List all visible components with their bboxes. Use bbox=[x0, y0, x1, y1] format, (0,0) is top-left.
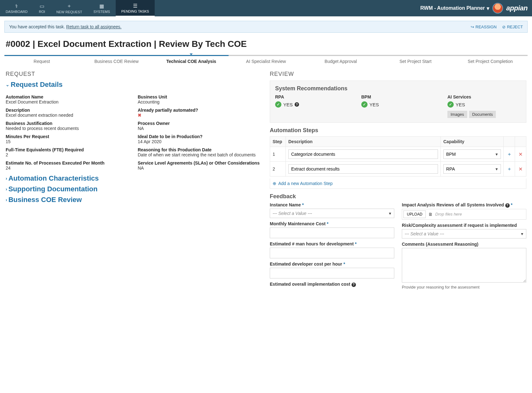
app-switcher[interactable]: RWM - Automation Planner ▾ bbox=[420, 5, 489, 11]
chevron-down-icon: ⌄ bbox=[6, 82, 9, 87]
nav-label: NEW REQUEST bbox=[56, 10, 82, 14]
field-label: Reasoning for this Production Date bbox=[138, 147, 262, 152]
tab-project-completion[interactable]: Set Project Completion bbox=[453, 55, 528, 68]
nav-label: PENDING TASKS bbox=[121, 9, 149, 13]
accordion-label: Request Details bbox=[11, 81, 63, 89]
nav-pending-tasks[interactable]: ☰ PENDING TASKS bbox=[116, 0, 155, 16]
nav-roi[interactable]: ▭ ROI bbox=[33, 0, 51, 16]
nav-label: DASHBOARD bbox=[6, 10, 28, 14]
add-step-label: Add a new Automation Step bbox=[278, 181, 333, 186]
comments-label: Comments (Assessment Reasoning) bbox=[402, 242, 526, 247]
tab-budget[interactable]: Budget Approval bbox=[303, 55, 378, 68]
field-col-left: Automation Name Excel Document Extractio… bbox=[6, 91, 130, 171]
add-automation-step-button[interactable]: ⊕ Add a new Automation Step bbox=[270, 178, 526, 189]
col-step: Step bbox=[270, 137, 286, 147]
delete-row-icon[interactable]: ✕ bbox=[518, 166, 524, 172]
workflow-tabs: Request Business COE Review Technical CO… bbox=[4, 55, 528, 68]
instance-name-select[interactable]: --- Select a Value --- bbox=[270, 209, 394, 218]
dev-cost-input[interactable] bbox=[270, 268, 394, 278]
nav-new-request[interactable]: ＋ NEW REQUEST bbox=[51, 0, 88, 16]
risk-select[interactable]: --- Select a Value --- bbox=[402, 229, 526, 239]
chip-images: Images bbox=[447, 111, 467, 118]
upload-button[interactable]: UPLOAD bbox=[403, 211, 426, 218]
tab-project-start[interactable]: Set Project Start bbox=[378, 55, 453, 68]
help-icon[interactable]: ? bbox=[352, 283, 356, 287]
appian-logo: appian bbox=[506, 4, 528, 12]
task-banner: You have accepted this task. Return task… bbox=[4, 21, 528, 33]
field-label: Business Justification bbox=[6, 121, 130, 126]
field-label: Service Level Agreements (SLAs) or Other… bbox=[138, 160, 262, 166]
step-description-input[interactable] bbox=[288, 164, 438, 174]
field-label: Process Owner bbox=[138, 121, 262, 126]
nav-label: SYSTEMS bbox=[93, 10, 110, 14]
rec-bpm: BPM ✓ YES bbox=[361, 94, 435, 118]
rec-text: YES bbox=[369, 102, 379, 107]
field-value: NA bbox=[138, 166, 262, 171]
return-task-link[interactable]: Return task to all assignees. bbox=[66, 24, 122, 29]
rec-text: YES bbox=[283, 102, 293, 107]
tab-technical-coe[interactable]: Technical COE Analysis bbox=[154, 55, 229, 68]
tab-request[interactable]: Request bbox=[4, 55, 79, 68]
help-icon[interactable]: ? bbox=[295, 102, 299, 107]
chip-documents: Documents bbox=[469, 111, 496, 118]
plus-circle-icon: ⊕ bbox=[273, 181, 276, 186]
upload-dropzone[interactable]: UPLOAD 🗎 Drop files here bbox=[402, 209, 526, 220]
help-icon[interactable]: ? bbox=[505, 203, 510, 208]
app-name: RWM - Automation Planner bbox=[420, 5, 485, 11]
automation-steps-title: Automation Steps bbox=[270, 127, 526, 134]
table-row: 2 RPA ＋ ✕ bbox=[270, 162, 526, 177]
tab-business-coe[interactable]: Business COE Review bbox=[79, 55, 154, 68]
field-value: 15 bbox=[6, 139, 130, 144]
man-hours-input[interactable] bbox=[270, 248, 394, 258]
request-section-title: REQUEST bbox=[6, 71, 262, 77]
recommendations-title: System Recommendations bbox=[275, 85, 521, 92]
step-capability-select[interactable]: RPA bbox=[443, 164, 501, 174]
rec-value: ✓ YES bbox=[447, 101, 521, 108]
field-value: Excel Document Extraction bbox=[6, 99, 130, 104]
field-value: Date of when we start receiving the next… bbox=[138, 152, 262, 157]
chevron-right-icon: › bbox=[6, 176, 7, 181]
nav-systems[interactable]: ▦ SYSTEMS bbox=[88, 0, 116, 16]
review-section-title: REVIEW bbox=[270, 71, 526, 77]
field-value: 14 Apr 2020 bbox=[138, 139, 262, 144]
accordion-request-details[interactable]: ⌄ Request Details bbox=[6, 81, 262, 89]
reassign-button[interactable]: ↪ REASSIGN bbox=[471, 25, 496, 29]
step-capability-select[interactable]: BPM bbox=[443, 149, 501, 159]
top-nav: ⚕ DASHBOARD ▭ ROI ＋ NEW REQUEST ▦ SYSTEM… bbox=[0, 0, 532, 16]
reject-button[interactable]: ⊘ REJECT bbox=[502, 25, 523, 29]
impact-analysis-label: Impact Analysis Reviews of all Systems I… bbox=[402, 202, 526, 208]
rec-label: RPA bbox=[275, 94, 349, 99]
add-row-icon[interactable]: ＋ bbox=[506, 151, 512, 158]
field-value: NA bbox=[138, 126, 262, 131]
banner-actions: ↪ REASSIGN ⊘ REJECT bbox=[471, 25, 523, 29]
stethoscope-icon: ⚕ bbox=[15, 3, 18, 9]
request-fields: Automation Name Excel Document Extractio… bbox=[6, 91, 262, 171]
accordion-label: Supporting Documentation bbox=[8, 185, 98, 193]
monthly-cost-input[interactable] bbox=[270, 227, 394, 238]
x-icon: ✖ bbox=[138, 113, 262, 118]
avatar[interactable] bbox=[492, 3, 503, 14]
field-value: Accounting bbox=[138, 99, 262, 104]
rec-label: AI Services bbox=[447, 94, 521, 99]
field-label: Description bbox=[6, 108, 130, 113]
step-description-input[interactable] bbox=[288, 149, 438, 159]
rec-rpa: RPA ✓ YES ? bbox=[275, 94, 349, 118]
field-label: Minutes Per Request bbox=[6, 134, 130, 139]
accordion-business-coe-review[interactable]: › Business COE Review bbox=[6, 196, 262, 204]
field-col-right: Business Unit Accounting Already partial… bbox=[138, 91, 262, 171]
delete-row-icon[interactable]: ✕ bbox=[518, 151, 524, 157]
accordion-automation-characteristics[interactable]: › Automation Characteristics bbox=[6, 174, 262, 182]
comments-helper: Provide your reasoning for the assessmen… bbox=[402, 285, 526, 289]
add-row-icon[interactable]: ＋ bbox=[506, 166, 512, 172]
accordion-supporting-documentation[interactable]: › Supporting Documentation bbox=[6, 185, 262, 193]
grid-icon: ▦ bbox=[99, 3, 104, 9]
nav-dashboard[interactable]: ⚕ DASHBOARD bbox=[0, 0, 33, 16]
comments-textarea[interactable] bbox=[402, 248, 526, 283]
tab-ai-specialist[interactable]: AI Specialist Review bbox=[229, 55, 303, 68]
feedback-right: Impact Analysis Reviews of all Systems I… bbox=[402, 202, 526, 289]
share-icon: ↪ bbox=[471, 25, 474, 29]
feedback-left: Instance Name * --- Select a Value --- M… bbox=[270, 202, 394, 289]
col-delete bbox=[515, 137, 526, 147]
nav-tabs: ⚕ DASHBOARD ▭ ROI ＋ NEW REQUEST ▦ SYSTEM… bbox=[0, 0, 155, 16]
file-icon: 🗎 bbox=[428, 212, 433, 217]
